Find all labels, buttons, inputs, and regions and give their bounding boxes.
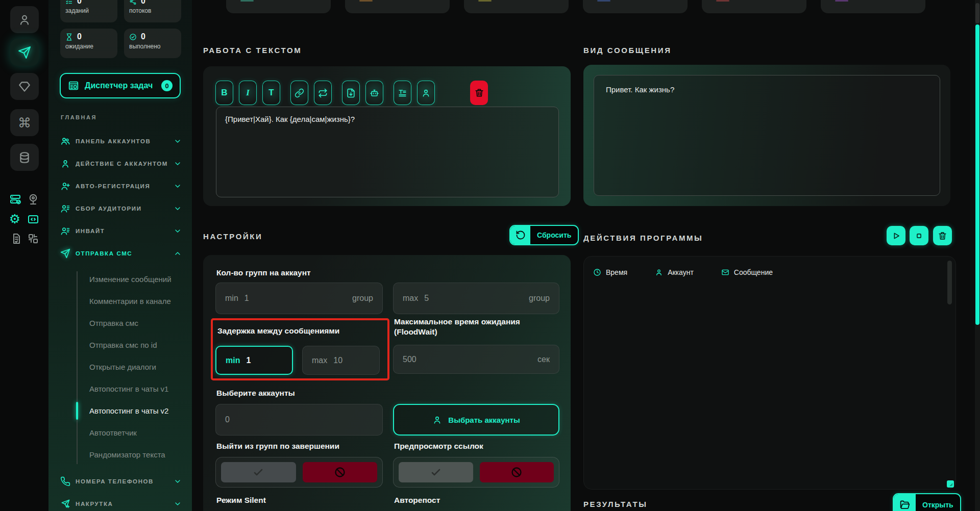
- text-style-button[interactable]: T: [262, 81, 280, 105]
- confirm-button[interactable]: [399, 462, 473, 482]
- submenu-item-open-dialogs[interactable]: Открытые диалоги: [48, 356, 192, 378]
- clear-log-button[interactable]: [933, 226, 952, 245]
- clear-text-button[interactable]: [470, 81, 488, 105]
- stat-sliver: [716, 0, 729, 2]
- swap-button[interactable]: [27, 232, 40, 245]
- stat-sliver: [478, 0, 492, 2]
- submenu-item-send-sms[interactable]: Отправка смс: [48, 312, 192, 334]
- accounts-count-input[interactable]: 0: [215, 404, 383, 436]
- section-label-main: ГЛАВНАЯ: [61, 114, 97, 120]
- chevron-down-icon: [174, 205, 182, 213]
- sidebar-item-auto-registration[interactable]: АВТО-РЕГИСТРАЦИЯ: [48, 175, 192, 197]
- task-manager-badge: 0: [161, 80, 173, 91]
- check-circle-icon: [129, 33, 137, 41]
- stat-value: 0: [77, 32, 82, 41]
- submenu-item-autoposting-v2[interactable]: Автопостинг в чаты v2: [48, 400, 192, 422]
- open-results-button[interactable]: Открыть: [893, 493, 961, 511]
- field-value: 1: [246, 356, 251, 365]
- sidebar-item-label: ДЕЙСТВИЕ С АККАУНТОМ: [76, 161, 168, 167]
- reset-button[interactable]: Сбросить: [509, 225, 579, 245]
- submenu-item-autoresponder[interactable]: Автоответчик: [48, 422, 192, 444]
- code-window-button[interactable]: [27, 213, 40, 226]
- robot-button[interactable]: [365, 81, 383, 105]
- reset-label: Сбросить: [530, 226, 578, 244]
- gear-button[interactable]: ⚙: [8, 212, 21, 225]
- floodwait-input[interactable]: 500 сек: [393, 345, 559, 374]
- text-label: T: [268, 88, 274, 98]
- file-download-button[interactable]: [342, 81, 360, 105]
- submenu-item-send-sms-by-id[interactable]: Отправка смс по id: [48, 334, 192, 356]
- leave-groups-toggle: [215, 457, 383, 488]
- delay-min-input[interactable]: min1: [215, 346, 293, 375]
- send-sms-submenu: Изменение сообщений Комментарии в канале…: [48, 268, 192, 466]
- sidebar-item-phone-numbers[interactable]: НОМЕРА ТЕЛЕФОНОВ: [48, 470, 192, 493]
- profile-button[interactable]: [10, 6, 39, 33]
- select-accounts-button[interactable]: Выбрать аккаунты: [393, 404, 559, 436]
- message-template-input[interactable]: {Привет|Хай}. Как {дела|сам|жизнь}?: [216, 107, 559, 197]
- sidebar-item-audience-collection[interactable]: СБОР АУДИТОРИИ: [48, 197, 192, 220]
- text-format-button[interactable]: [394, 81, 411, 105]
- submenu-item-channel-comments[interactable]: Комментарии в канале: [48, 290, 192, 312]
- sidebar-item-label: АВТО-РЕГИСТРАЦИЯ: [76, 183, 168, 189]
- page-scrollbar-thumb[interactable]: [975, 24, 979, 325]
- top-stat-card: [702, 0, 806, 13]
- delay-max-input[interactable]: max10: [302, 346, 380, 375]
- users-icon: [60, 136, 70, 146]
- left-rail: ⌘ ⚙: [0, 0, 48, 511]
- user-icon: [421, 88, 431, 98]
- user-mention-button[interactable]: [417, 81, 435, 105]
- doc-check-button[interactable]: [10, 232, 23, 245]
- resize-icon: [948, 482, 953, 487]
- rotate-ccw-icon: [510, 226, 530, 244]
- file-download-icon: [346, 88, 356, 98]
- server-check-button[interactable]: [9, 193, 22, 206]
- bold-button[interactable]: B: [215, 81, 233, 105]
- bold-label: B: [221, 88, 227, 98]
- page-scrollbar-track[interactable]: [975, 0, 980, 511]
- repeat-button[interactable]: [314, 81, 332, 105]
- user-list-icon: [60, 226, 70, 236]
- submenu-item-edit-messages[interactable]: Изменение сообщений: [48, 268, 192, 290]
- deny-button[interactable]: [303, 462, 378, 482]
- resize-handle[interactable]: [947, 480, 954, 488]
- log-scrollbar[interactable]: [947, 261, 952, 304]
- commands-button[interactable]: ⌘: [10, 109, 39, 136]
- task-manager-icon: [68, 80, 79, 91]
- submenu-item-autoposting-v1[interactable]: Автопостинг в чаты v1: [48, 378, 192, 400]
- sidebar-item-label: НОМЕРА ТЕЛЕФОНОВ: [76, 478, 168, 484]
- italic-button[interactable]: I: [239, 81, 257, 105]
- deny-button[interactable]: [480, 462, 554, 482]
- field-prefix: max: [403, 294, 418, 303]
- play-button[interactable]: [887, 226, 905, 245]
- command-icon: ⌘: [18, 116, 31, 130]
- group-min-input[interactable]: min1 group: [215, 283, 383, 314]
- webcam-button[interactable]: [27, 193, 40, 206]
- stop-button[interactable]: [910, 226, 928, 245]
- group-max-input[interactable]: max5 group: [393, 283, 559, 314]
- sidebar-item-accounts-panel[interactable]: ПАНЕЛЬ АККАУНТОВ: [48, 130, 192, 152]
- silent-mode-label: Режим Silent: [216, 496, 266, 505]
- send-module-button[interactable]: [10, 39, 39, 66]
- submenu-item-text-randomizer[interactable]: Рандомизатор текста: [48, 444, 192, 466]
- stat-sliver: [240, 0, 254, 2]
- sidebar-item-boosting[interactable]: НАКРУТКА: [48, 493, 192, 511]
- sidebar-item-send-sms[interactable]: ОТПРАВКА СМС: [48, 242, 192, 265]
- confirm-button[interactable]: [221, 462, 296, 482]
- phone-icon: [60, 476, 70, 487]
- task-manager-button[interactable]: Диспетчер задач 0: [60, 73, 181, 98]
- server-check-icon: [9, 193, 21, 206]
- user-icon: [18, 13, 31, 27]
- sidebar-item-account-action[interactable]: ДЕЙСТВИЕ С АККАУНТОМ: [48, 152, 192, 175]
- floodwait-label-line1: Максимальное время ожидания: [394, 317, 520, 326]
- chevron-up-icon: [174, 249, 182, 258]
- column-label: Сообщение: [734, 268, 773, 276]
- column-label: Время: [606, 268, 627, 276]
- field-value: 5: [424, 294, 429, 303]
- sidebar-item-label: ИНВАЙТ: [76, 228, 168, 234]
- sidebar-item-invite[interactable]: ИНВАЙТ: [48, 220, 192, 242]
- diamond-icon: [18, 80, 31, 93]
- link-button[interactable]: [290, 81, 308, 105]
- select-accounts-label: Выбрать аккаунты: [448, 416, 520, 424]
- premium-button[interactable]: [10, 73, 39, 100]
- database-button[interactable]: [10, 144, 39, 171]
